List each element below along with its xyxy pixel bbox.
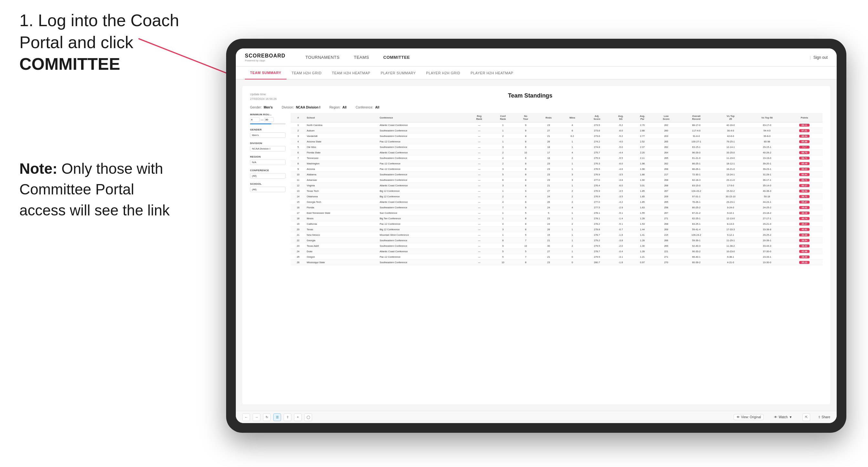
cell-conference: Southeastern Conference	[378, 238, 467, 243]
cell-rank: 8	[291, 161, 306, 166]
division-select[interactable]: NCAA Division I NCAA Division II NCAA Di…	[250, 146, 285, 152]
cell-wins: 2	[560, 194, 584, 199]
school-select[interactable]: (All)	[250, 187, 285, 192]
toolbar-forward-btn[interactable]: →	[253, 413, 260, 421]
cell-adj-score: 273.5	[584, 122, 610, 128]
cell-conference: Atlantic Coast Conference	[378, 122, 467, 128]
toolbar-add-btn[interactable]: +	[294, 413, 302, 421]
cell-vs50: 19-19-0	[748, 155, 786, 161]
cell-conf-rank: 1	[491, 188, 515, 194]
cell-points: 35.13	[786, 260, 823, 265]
cell-rank: 2	[291, 128, 306, 133]
cell-school: Georgia Tech	[306, 199, 379, 205]
toolbar-view-button[interactable]: 👁 View: Original	[734, 414, 764, 420]
cell-rnds: 27	[536, 249, 561, 254]
toolbar-share-small-btn[interactable]: ⇧	[284, 413, 291, 421]
cell-no-tour: 7	[515, 238, 536, 243]
cell-overall: 97-01-1	[679, 194, 713, 199]
cell-avg-par: 1.21	[631, 254, 653, 260]
cell-avg-par: 2.37	[631, 144, 653, 150]
sub-nav-team-h2h-heatmap[interactable]: TEAM H2H HEATMAP	[327, 66, 375, 80]
cell-conf-rank: 2	[491, 150, 515, 155]
view-label: View: Original	[741, 415, 761, 419]
cell-adj-score: 278.1	[584, 210, 610, 216]
cell-vs50: 33-38-8	[748, 227, 786, 232]
cell-conference: Southeastern Conference	[378, 177, 467, 183]
nav-teams[interactable]: TEAMS	[347, 49, 376, 66]
cell-wins: 1	[560, 139, 584, 144]
sub-nav-player-summary[interactable]: PLAYER SUMMARY	[375, 66, 421, 80]
cell-rnds: 24	[536, 205, 561, 210]
cell-vs50: 40-38-3	[748, 188, 786, 194]
cell-adj-score: 279.2	[584, 238, 610, 243]
cell-vs25: 9-10-1	[714, 210, 748, 216]
cell-vs25: 10-23-0	[714, 249, 748, 254]
col-vs50: Vs Top 50	[748, 113, 786, 122]
sub-nav-player-h2h-grid[interactable]: PLAYER H2H GRID	[421, 66, 465, 80]
cell-conf-rank: 2	[491, 133, 515, 139]
cell-no-tour: 8	[515, 260, 536, 265]
toolbar-back-btn[interactable]: ←	[242, 413, 250, 421]
rounds-slider[interactable]	[250, 123, 285, 124]
app-logo-sub: Powered by clippi	[245, 59, 285, 62]
cell-adj-score: 274.8	[584, 144, 610, 150]
cell-vs25: 15-32-2	[714, 188, 748, 194]
rounds-max-input[interactable]	[264, 117, 274, 122]
conference-select[interactable]: (All) SEC ACC Pac-12 Big 12 Big Ten	[250, 173, 285, 179]
table-row: 10 Alabama Southeastern Conference — 5 8…	[291, 172, 823, 177]
cell-avg-par: 2.88	[631, 128, 653, 133]
cell-no-tour: 5	[515, 210, 536, 216]
table-row: 5 Ole Miss Southeastern Conference — 3 6…	[291, 144, 823, 150]
cell-conference: Big 12 Conference	[378, 227, 467, 232]
cell-low-score: 260	[653, 128, 679, 133]
sign-out-button[interactable]: Sign out	[813, 55, 828, 60]
points-badge: 85.98	[799, 140, 809, 143]
cell-low-score: 271	[653, 254, 679, 260]
cell-school: Georgia	[306, 238, 379, 243]
app-logo: SCOREBOARD	[245, 53, 285, 59]
cell-overall: 61-21-0	[679, 155, 713, 161]
cell-vs50: 39-6-0	[748, 133, 786, 139]
region-select[interactable]: N/A All	[250, 160, 285, 165]
cell-points: 38.42	[786, 243, 823, 249]
points-badge: 86.54	[799, 135, 809, 137]
cell-avg-sg: -3.8	[610, 238, 631, 243]
sub-nav-player-h2h-heatmap[interactable]: PLAYER H2H HEATMAP	[465, 66, 519, 80]
toolbar-watch-button[interactable]: 👁 Watch ▼	[774, 415, 792, 419]
gender-select[interactable]: Men's Women's	[250, 132, 285, 138]
update-time-value: 27/03/2024 16:56:26	[250, 97, 277, 101]
cell-rank: 13	[291, 188, 306, 194]
sub-nav-team-h2h-grid[interactable]: TEAM H2H GRID	[286, 66, 327, 80]
cell-overall: 100-27-1	[679, 139, 713, 144]
cell-vs50: 29-15-1	[748, 144, 786, 150]
cell-school: Arkansas	[306, 177, 379, 183]
cell-vs25: 18-12-1	[714, 161, 748, 166]
toolbar-expand-btn[interactable]: ⇱	[802, 413, 810, 421]
toolbar-reload-btn[interactable]: ↻	[263, 413, 271, 421]
nav-committee[interactable]: COMMITTEE	[376, 49, 417, 66]
cell-avg-sg: -0.7	[610, 227, 631, 232]
toolbar-bookmark-btn[interactable]: ☰	[273, 413, 281, 421]
cell-conference: Southeastern Conference	[378, 144, 467, 150]
cell-rnds: 21	[536, 133, 561, 139]
division-filter: Division NCAA Division I NCAA Division I…	[250, 142, 285, 152]
cell-vs50: 27-17-1	[748, 216, 786, 221]
toolbar-clock-btn[interactable]: ◯	[304, 413, 312, 421]
cell-conf-rank: 1	[491, 210, 515, 216]
cell-points: 58.94	[786, 188, 823, 194]
toolbar-share-button[interactable]: ⇧ Share	[818, 415, 830, 419]
cell-vs25: 30-4-0	[714, 128, 748, 133]
cell-rnds: 21	[536, 238, 561, 243]
nav-tournaments[interactable]: TOURNAMENTS	[299, 49, 347, 66]
main-content: Update time: 27/03/2024 16:56:26 Team St…	[236, 80, 837, 411]
sub-nav-team-summary[interactable]: TEAM SUMMARY	[245, 66, 286, 80]
cell-reg-rank: —	[467, 139, 491, 144]
rounds-min-input[interactable]	[250, 117, 260, 122]
cell-conference: Southeastern Conference	[378, 172, 467, 177]
instruction-area: 1. Log into the Coach Portal and click C…	[20, 10, 207, 75]
cell-no-tour: 4	[515, 194, 536, 199]
cell-adj-score: 276.9	[584, 172, 610, 177]
cell-avg-par: 2.11	[631, 155, 653, 161]
cell-wins: 0	[560, 260, 584, 265]
cell-reg-rank: —	[467, 254, 491, 260]
